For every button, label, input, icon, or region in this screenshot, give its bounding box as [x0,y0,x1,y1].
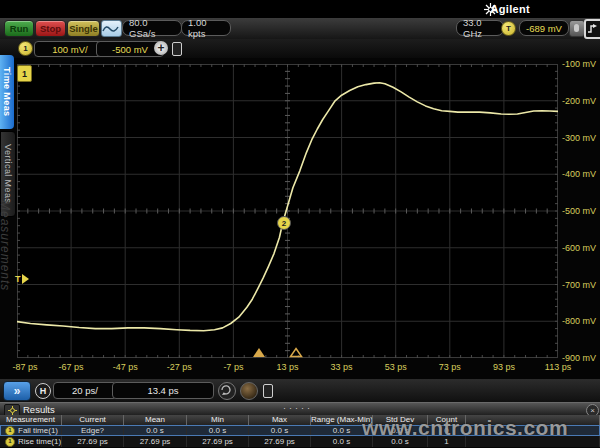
trigger-edge-button[interactable] [584,19,600,39]
expand-panel-button[interactable]: » [3,381,31,401]
x-tick-label: 113 ps [535,362,581,372]
sample-rate-readout[interactable]: 80.0 GSa/s [122,20,182,36]
x-tick-label: 73 ps [427,362,473,372]
x-tick-label: 33 ps [319,362,365,372]
measurement-value: Edge? [62,425,124,436]
measurement-value: 0.0 s [124,425,187,436]
y-tick-label: -300 mV [562,133,596,143]
measurement-value: 27.69 ps [62,436,124,447]
trigger-marker-label: T [15,274,21,284]
channel-1-badge[interactable]: 1 [18,41,33,56]
y-tick-label: -500 mV [562,206,596,216]
trackball-icon[interactable] [240,382,258,400]
trigger-badge: T [501,21,516,36]
trigger-level-readout[interactable]: -689 mV [519,20,569,36]
results-header-bar: Results ····· × [0,402,600,416]
measurement-value: 0.0 s [249,425,311,436]
bandwidth-readout[interactable]: 33.0 GHz [456,20,504,36]
recirculate-icon[interactable] [218,382,236,400]
y-tick-label: -700 mV [562,280,596,290]
source-badge: 1 [5,437,15,447]
y-tick-label: -100 mV [562,59,596,69]
acquisition-toolbar: Run Stop Single 80.0 GSa/s 1.00 kpts 33.… [0,18,600,39]
horizontal-toolbar: » H 20 ps/ 13.4 ps [0,379,600,402]
single-button[interactable]: Single [67,20,100,37]
y-tick-label: -200 mV [562,96,596,106]
brand-name: Agilent [491,3,530,15]
title-bar: Agilent [0,0,600,18]
waveform-marker-2[interactable]: 2 [277,216,291,230]
run-button[interactable]: Run [4,20,34,37]
source-badge: 1 [5,426,15,436]
measurement-name: Fall time(1) [18,425,58,436]
side-panel-icon[interactable] [263,384,273,398]
results-drag-handle[interactable]: ····· [283,403,313,413]
timebase-scale-field[interactable]: 20 ps/ [53,382,117,399]
results-title: Results [23,404,55,415]
y-tick-label: -900 mV [562,353,596,363]
oscilloscope-screen: Agilent Run Stop Single 80.0 GSa/s 1.00 … [0,0,600,448]
measurement-value: 27.69 ps [187,436,249,447]
y-tick-label: -800 mV [562,316,596,326]
edge-marker-stop-icon[interactable] [289,347,303,358]
trigger-level-marker[interactable]: T [15,274,29,284]
x-tick-label: 13 ps [265,362,311,372]
tab-time-meas[interactable]: Time Meas [0,55,14,129]
site-watermark: www.cntronics.com [362,416,568,440]
y-tick-label: -600 mV [562,243,596,253]
touch-waveform-button[interactable] [101,20,122,37]
measurement-name: Rise time(1) [18,436,61,447]
waveform-plot[interactable] [17,64,558,358]
x-tick-label: -27 ps [156,362,202,372]
measurement-value: 0.0 s [187,425,249,436]
memory-depth-readout[interactable]: 1.00 kpts [181,20,231,36]
waveform-touch-icon [102,22,119,35]
column-header[interactable]: Min [187,415,249,425]
y-tick-label: -400 mV [562,169,596,179]
measurements-watermark: Measurements [0,200,12,291]
mouse-pointer-button[interactable] [569,20,585,37]
trigger-arrow-icon [22,274,29,284]
x-tick-label: -67 ps [48,362,94,372]
probe-panel-icon[interactable] [172,42,182,56]
timebase-position-field[interactable]: 13.4 ps [112,382,214,399]
channel-ground-flag[interactable]: 1 [17,65,32,82]
channel-toolbar: 1 100 mV/ -500 mV + [0,39,600,58]
column-header[interactable]: Current [62,415,124,425]
edge-arrow-icon [587,23,598,35]
column-header[interactable]: Max [249,415,311,425]
x-tick-label: 93 ps [481,362,527,372]
horizontal-badge[interactable]: H [35,383,51,399]
x-tick-label: 53 ps [373,362,419,372]
x-tick-label: -7 ps [210,362,256,372]
measurement-value: 27.69 ps [124,436,187,447]
edge-marker-start-icon[interactable] [253,348,265,357]
stop-button[interactable]: Stop [35,20,66,37]
column-header[interactable]: Measurement [0,415,62,425]
x-tick-label: -47 ps [102,362,148,372]
measurement-value: 27.69 ps [249,436,311,447]
x-tick-label: -87 ps [2,362,48,372]
column-header[interactable]: Mean [124,415,187,425]
add-channel-button[interactable]: + [154,41,168,55]
